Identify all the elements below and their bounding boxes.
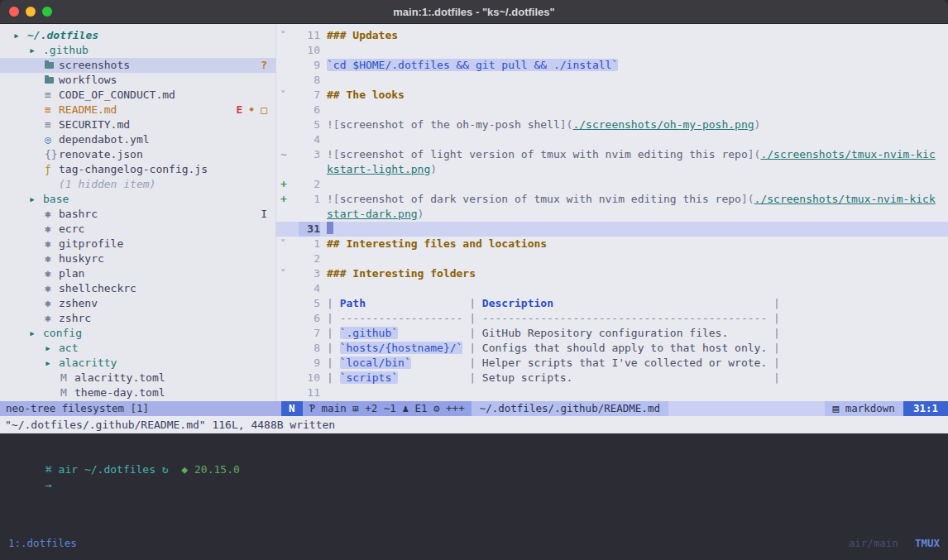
tree-item[interactable]: Malacritty.toml	[0, 371, 275, 385]
tree-item[interactable]: screenshots?	[0, 58, 275, 73]
editor-line[interactable]: 10| `scripts` | Setup scripts. |	[276, 371, 948, 385]
tree-item-label: ecrc	[59, 222, 84, 237]
editor-buffer: ˅11### Updates109`cd $HOME/.dotfiles && …	[276, 28, 948, 400]
gutter	[276, 326, 299, 341]
tmux-session: air/main	[849, 537, 898, 549]
close-button[interactable]	[9, 7, 19, 17]
editor-line[interactable]: kstart-light.png)	[276, 162, 948, 177]
editor-line[interactable]: 4	[276, 132, 948, 147]
tree-item[interactable]: ▸act	[0, 341, 275, 356]
line-text: ![screenshot of the oh-my-posh shell](./…	[327, 117, 760, 132]
editor-line[interactable]: +1![screenshot of dark version of tmux w…	[276, 192, 948, 207]
shell-icon: ✱	[45, 311, 59, 326]
editor-line[interactable]: 8| `hosts/{hostname}/` | Configs that sh…	[276, 341, 948, 356]
filetype-label: markdown	[845, 402, 895, 414]
tree-item-label: huskyrc	[59, 251, 104, 266]
tree-item[interactable]: ▸~/.dotfiles	[0, 28, 275, 43]
syntax-pipe: |	[469, 327, 482, 339]
syntax-url: ./screenshots/tmux-nvim-kick	[754, 193, 936, 205]
line-text: | `local/bin` | Helper scripts that I've…	[327, 356, 780, 371]
line-number: 1	[299, 237, 320, 251]
editor-line[interactable]: 31	[276, 222, 948, 237]
editor-line[interactable]: ~3![screenshot of light version of tmux …	[276, 147, 948, 162]
filepath-segment: ~/.dotfiles/.github/README.md	[472, 401, 668, 416]
tree-item[interactable]: ✱bashrcI	[0, 207, 275, 222]
editor-line[interactable]: 11	[276, 385, 948, 400]
tree-item-label: README.md	[59, 103, 117, 117]
line-number: 2	[299, 251, 320, 266]
gutter	[276, 251, 299, 266]
gutter-sign: ˅	[276, 88, 299, 103]
syntax-punct: ![	[327, 118, 340, 131]
tree-item[interactable]: ✱gitprofile	[0, 237, 275, 251]
editor-line[interactable]: 6| ------------------- | ---------------…	[276, 311, 948, 326]
tree-item[interactable]: ✱huskyrc	[0, 251, 275, 266]
tree-item[interactable]: ≡SECURITY.md	[0, 117, 275, 132]
tree-item[interactable]: ▸base	[0, 192, 275, 207]
editor-line[interactable]: 9| `local/bin` | Helper scripts that I'v…	[276, 356, 948, 371]
editor-line[interactable]: 7| `.github` | GitHub Repository configu…	[276, 326, 948, 341]
editor-line[interactable]: ˅1## Interesting files and locations	[276, 237, 948, 251]
tree-item[interactable]: (1 hidden item)	[0, 177, 275, 192]
tree-item[interactable]: ƒtag-changelog-config.js	[0, 162, 275, 177]
tree-item[interactable]: ▸config	[0, 326, 275, 341]
tree-item[interactable]: ▸alacritty	[0, 356, 275, 371]
editor-line[interactable]: 8	[276, 73, 948, 88]
syntax-code: `local/bin`	[340, 357, 411, 369]
editor-line[interactable]: 5![screenshot of the oh-my-posh shell](.…	[276, 117, 948, 132]
editor-line[interactable]: 4	[276, 281, 948, 296]
tree-item-badges: ?	[261, 58, 267, 73]
tree-item[interactable]: ✱plan	[0, 266, 275, 281]
editor-line[interactable]: 10	[276, 43, 948, 58]
syntax-pipe: |	[773, 327, 780, 339]
line-text: ![screenshot of dark version of tmux wit…	[327, 192, 936, 207]
line-number: 8	[299, 341, 320, 356]
editor-line[interactable]: +2	[276, 177, 948, 192]
json-icon: {}	[45, 147, 59, 162]
gutter	[276, 132, 299, 147]
syntax-url: ./screenshots/tmux-nvim-kic	[760, 148, 935, 160]
tree-item[interactable]: ≡CODE_OF_CONDUCT.md	[0, 88, 275, 103]
tree-item[interactable]: ✱zshrc	[0, 311, 275, 326]
editor-pane[interactable]: ˅11### Updates109`cd $HOME/.dotfiles && …	[276, 24, 948, 401]
filetype-icon: ▤	[833, 402, 845, 414]
editor-line[interactable]: 5| Path | Description |	[276, 296, 948, 311]
line-text: | Path | Description |	[327, 296, 780, 311]
editor-line[interactable]: ˅11### Updates	[276, 28, 948, 43]
tree-item[interactable]: ✱ecrc	[0, 222, 275, 237]
editor-line[interactable]: ˅7## The looks	[276, 88, 948, 103]
editor-line[interactable]: start-dark.png)	[276, 207, 948, 222]
tree-item[interactable]: ▸.github	[0, 43, 275, 58]
tree-item[interactable]: {}renovate.json	[0, 147, 275, 162]
tree-item[interactable]: ◎dependabot.yml	[0, 132, 275, 147]
apple-icon: ⌘	[45, 463, 52, 476]
tree-item[interactable]: ✱zshenv	[0, 296, 275, 311]
editor-line[interactable]: 6	[276, 103, 948, 117]
editor-line[interactable]: 9`cd $HOME/.dotfiles && git pull && ./in…	[276, 58, 948, 73]
expander-icon: ▸	[29, 192, 43, 207]
tree-item[interactable]: ✱shellcheckrc	[0, 281, 275, 296]
tmux-window-tab[interactable]: 1:.dotfiles	[8, 536, 77, 551]
line-text: ![screenshot of light version of tmux wi…	[327, 147, 936, 162]
editor-line[interactable]: ˅3### Interesting folders	[276, 266, 948, 281]
line-number: 1	[299, 192, 320, 207]
syntax-code: `scripts`	[340, 371, 398, 384]
line-number: 11	[299, 28, 320, 43]
syntax-code: `hosts/{hostname}/`	[340, 342, 463, 354]
zoom-button[interactable]	[42, 7, 52, 17]
tree-item[interactable]: workflows	[0, 73, 275, 88]
editor-line[interactable]: 2	[276, 251, 948, 266]
neotree-panel[interactable]: ▸~/.dotfiles▸.githubscreenshots?workflow…	[0, 24, 276, 401]
gutter	[276, 207, 299, 222]
tree-item[interactable]: Mtheme-day.toml	[0, 385, 275, 400]
minimize-button[interactable]	[26, 7, 36, 17]
syntax-url: ./screenshots/oh-my-posh.png	[572, 118, 754, 131]
tree-item[interactable]: ≡README.mdE•□	[0, 103, 275, 117]
gutter	[276, 311, 299, 326]
tree-item-badges: E•□	[237, 103, 267, 117]
line-number: 9	[299, 356, 320, 371]
gutter	[276, 371, 299, 385]
tree-item-label: .github	[43, 43, 89, 58]
shell-icon: ✱	[45, 207, 59, 222]
shell-pane[interactable]: ⌘ air ~/.dotfiles ↻ ◆ 20.15.0 → 1:.dotfi…	[0, 433, 948, 560]
